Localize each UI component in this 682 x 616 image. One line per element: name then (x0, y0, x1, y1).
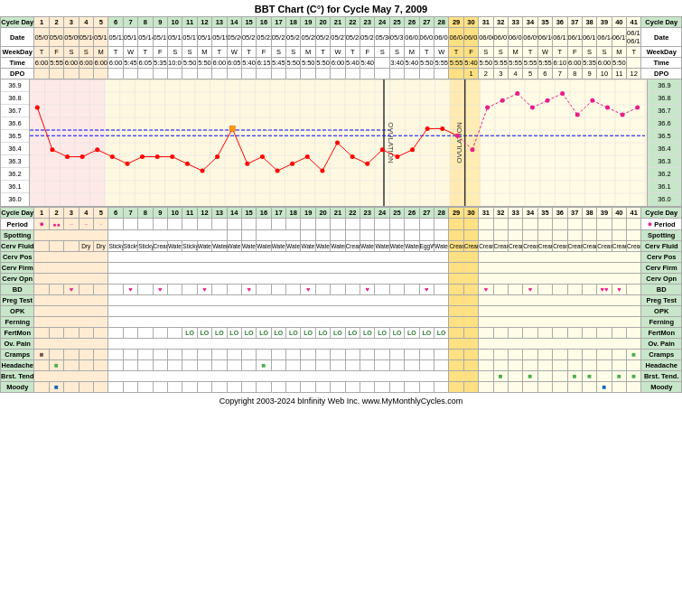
preg-test-row: Preg Test Preg Test (1, 295, 682, 306)
svg-point-133 (515, 91, 519, 96)
svg-point-140 (621, 112, 625, 117)
svg-point-134 (530, 106, 535, 110)
svg-point-135 (546, 98, 550, 103)
spotting-row: Spotting (1, 230, 682, 241)
svg-point-104 (80, 154, 85, 159)
moody-row: Moody ■ (1, 382, 682, 393)
svg-point-127 (425, 126, 430, 131)
svg-point-106 (110, 154, 115, 159)
cramps-row: Cramps ■ (1, 350, 682, 360)
cycle-day-label: Cycle Day (1, 17, 34, 28)
cerv-firm-row: Cerv Firm Cerv Firm (1, 263, 682, 274)
svg-point-123 (365, 162, 369, 166)
svg-point-128 (440, 126, 444, 131)
svg-point-116 (260, 154, 265, 159)
svg-point-124 (380, 147, 385, 152)
svg-point-102 (50, 147, 54, 152)
cycle-day-label-right: Cycle Day (641, 17, 682, 28)
bottom-cycle-day-table: Cycle Day 1 2 3 4 5 6 7 8 9 10 11 12 13 … (0, 207, 682, 393)
y-axis-right: 36.9 36.8 36.7 36.6 36.5 36.4 36.3 36.2 … (647, 79, 681, 206)
svg-text:OVULATION: OVULATION (387, 122, 395, 163)
chart-title: BBT Chart (C°) for Cycle May 7, 2009 (0, 0, 682, 16)
svg-point-136 (560, 91, 565, 96)
ov-pain-row: Ov. Pain Ov. Pain (1, 339, 682, 350)
svg-rect-142 (229, 126, 235, 131)
bbt-table: Cycle Day 1 2 3 4 5 6 7 8 9 10 11 12 13 … (0, 16, 682, 79)
svg-point-130 (470, 147, 474, 152)
svg-point-118 (290, 162, 294, 166)
svg-point-103 (65, 154, 70, 159)
svg-text:OVULATION: OVULATION (455, 122, 463, 163)
svg-point-137 (575, 112, 580, 117)
bottom-cycle-day-row: Cycle Day 1 2 3 4 5 6 7 8 9 10 11 12 13 … (1, 208, 682, 219)
bbt-svg-chart: OVULATION OVULATION (30, 79, 647, 206)
headache-row: Headache ■ ■ (1, 360, 682, 371)
ferning-row: Ferning Ferning (1, 317, 682, 328)
cerv-pos-row: Cerv Pos Cerv Pos (1, 252, 682, 263)
brst-tend-row: Brst. Tend. ■ ■ ■ ■ ■ ■ Brst. Tend. (1, 371, 682, 382)
bd-row: BD ♥ ♥ ♥ ♥ ♥ ♥ ♥ ♥ (1, 285, 682, 295)
y-axis-left: 36.9 36.8 36.7 36.6 36.5 36.4 36.3 36.2 … (1, 79, 30, 206)
time-row: Time 6:00 5:55 6:00 6:00 6:00 6:00 5:45 … (1, 58, 682, 69)
svg-point-126 (410, 147, 415, 152)
svg-point-113 (215, 154, 220, 159)
svg-point-129 (455, 134, 460, 138)
svg-point-107 (125, 162, 129, 166)
dpo-row: DPO (1, 69, 682, 79)
main-container: BBT Chart (C°) for Cycle May 7, 2009 Cyc… (0, 0, 682, 409)
svg-point-131 (485, 106, 490, 110)
svg-point-111 (185, 162, 190, 166)
svg-point-119 (305, 154, 310, 159)
svg-point-120 (320, 169, 324, 173)
opk-row: OPK OPK (1, 306, 682, 317)
svg-point-132 (500, 98, 505, 103)
svg-point-138 (590, 98, 594, 103)
cerv-opn-row: Cerv Opn Cerv Opn (1, 274, 682, 285)
fertmon-row: FertMon LO LO LO LO LO LO LO LO LO LO LO… (1, 328, 682, 339)
svg-point-109 (155, 154, 160, 159)
svg-point-105 (95, 147, 99, 152)
svg-point-108 (140, 154, 145, 159)
svg-point-115 (245, 162, 249, 166)
svg-point-122 (350, 154, 355, 159)
date-row: Date 05/07 05/08 05/09 05/10 05/11 05/12… (1, 28, 682, 47)
weekday-row: WeekDay T F S S M T W T F S S M T W T F … (1, 47, 682, 58)
svg-point-110 (170, 154, 174, 159)
svg-point-121 (335, 141, 340, 145)
cycle-day-header: Cycle Day 1 2 3 4 5 6 7 8 9 10 11 12 13 … (1, 17, 682, 28)
bbt-chart-wrapper: 36.9 36.8 36.7 36.6 36.5 36.4 36.3 36.2 … (0, 79, 682, 207)
footer: Copyright 2003-2024 bInfinity Web Inc. w… (0, 393, 682, 409)
cerv-fluid-row: Cerv Fluid Dry Dry Sticky Sticky Sticky … (1, 241, 682, 252)
svg-point-139 (605, 106, 610, 110)
svg-point-141 (635, 106, 640, 110)
svg-point-112 (201, 169, 205, 173)
svg-point-125 (395, 154, 399, 159)
period-row: Period ● ●● ∙∙ ∙∙ ∙ (1, 219, 682, 230)
svg-point-117 (276, 169, 280, 173)
svg-point-101 (35, 106, 40, 110)
